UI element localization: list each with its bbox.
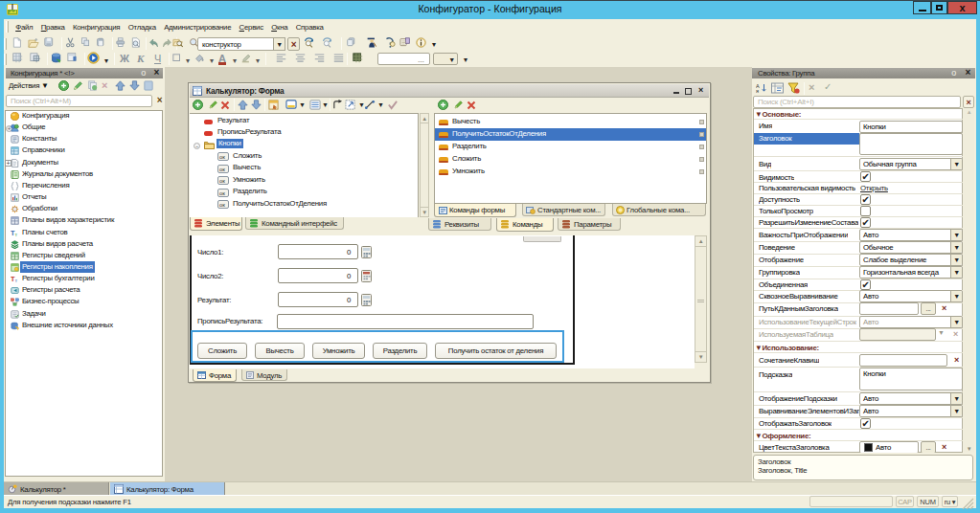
svg-text:ок: ок (219, 190, 225, 196)
svg-text:ок: ок (219, 154, 225, 160)
svg-text:я: я (756, 88, 759, 94)
svg-text:ок: ок (219, 178, 225, 184)
svg-text:ок: ок (219, 167, 225, 172)
svg-text:ок: ок (219, 202, 225, 208)
